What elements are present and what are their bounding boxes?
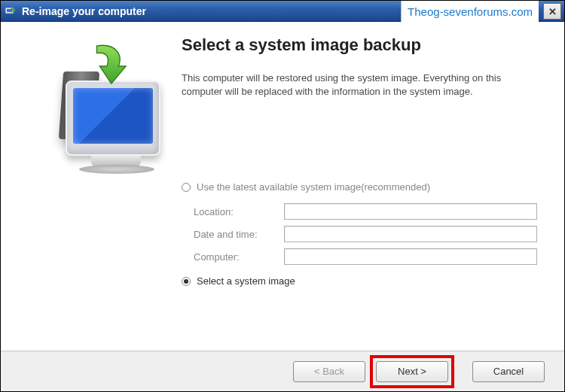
button-strip: < Back Next > Cancel [1, 351, 564, 391]
option-select-image-label: Select a system image [197, 275, 295, 287]
option-use-latest[interactable]: Use the latest available system image(re… [182, 181, 537, 193]
back-button[interactable]: < Back [293, 361, 365, 382]
datetime-value [284, 226, 537, 242]
field-computer: Computer: [194, 248, 537, 265]
computer-value [284, 248, 537, 265]
client-area: Select a system image backup This comput… [1, 22, 564, 391]
close-button[interactable]: ✕ [543, 3, 561, 20]
title-bar: Re-image your computer Theog-sevenforums… [1, 1, 564, 22]
close-icon: ✕ [548, 6, 557, 17]
watermark: Theog-sevenforums.com [401, 1, 539, 22]
latest-image-fields: Location: Date and time: Computer: [194, 203, 537, 265]
datetime-label: Date and time: [194, 229, 284, 240]
page-title: Select a system image backup [182, 35, 537, 55]
svg-rect-1 [7, 9, 12, 12]
field-datetime: Date and time: [194, 226, 537, 242]
app-icon [4, 5, 17, 18]
wizard-body: Select a system image backup This comput… [1, 22, 564, 351]
page-description: This computer will be restored using the… [182, 71, 537, 99]
next-button[interactable]: Next > [376, 361, 448, 382]
wizard-content: Select a system image backup This comput… [182, 35, 537, 343]
wizard-illustration [16, 35, 182, 343]
computer-restore-icon [16, 41, 166, 177]
radio-icon [182, 277, 191, 286]
radio-icon [182, 183, 191, 192]
option-use-latest-label: Use the latest available system image(re… [197, 181, 430, 193]
location-value [284, 203, 537, 220]
option-select-image[interactable]: Select a system image [182, 275, 537, 287]
cancel-button[interactable]: Cancel [472, 361, 545, 382]
location-label: Location: [194, 206, 284, 217]
window-title: Re-image your computer [22, 5, 146, 17]
computer-label: Computer: [194, 251, 284, 263]
next-button-highlight: Next > [370, 355, 454, 388]
field-location: Location: [194, 203, 537, 220]
